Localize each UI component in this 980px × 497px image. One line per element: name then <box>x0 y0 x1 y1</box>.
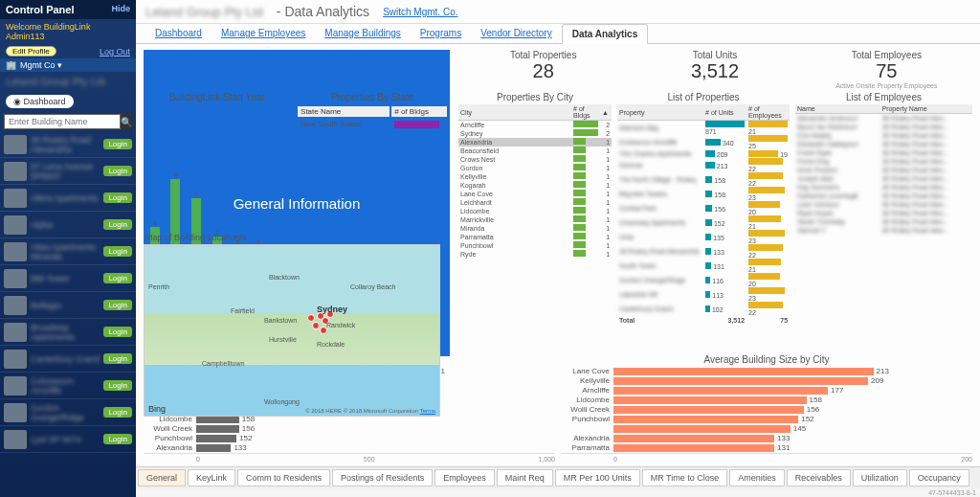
table-row[interactable]: Elizabeth Oakleyson30 Rotary Road Alex..… <box>795 140 972 148</box>
login-button[interactable]: Login <box>103 166 132 176</box>
table-row[interactable]: Irene Preston30 Rotary Road Alex... <box>795 166 972 174</box>
building-item[interactable]: Broadway ApartmentsLogin <box>0 319 136 346</box>
switch-mgmt-link[interactable]: Switch Mgmt. Co. <box>383 7 457 17</box>
table-row[interactable]: Central Park 156 20 <box>617 201 790 215</box>
building-item[interactable]: 30 Rotary Road AlexandriaLogin <box>0 131 136 158</box>
table-row[interactable]: Alexandria1 <box>458 138 612 147</box>
btab-employees[interactable]: Employees <box>434 469 495 486</box>
btab-occupancy[interactable]: Occupancy <box>909 469 969 486</box>
table-row[interactable]: Urba 135 23 <box>617 230 790 244</box>
tab-programs[interactable]: Programs <box>411 24 471 43</box>
table-row[interactable]: Byron Ian Dickinson30 Rotary Road Alex..… <box>795 123 972 131</box>
table-row[interactable]: New South Wales <box>298 119 447 129</box>
login-button[interactable]: Login <box>103 139 132 149</box>
login-button[interactable]: Login <box>103 219 132 230</box>
table-row[interactable]: The North Village - Rotary 158 22 <box>617 172 790 187</box>
btab-mr-time-to-close[interactable]: MR Time to Close <box>642 469 728 486</box>
table-row[interactable]: Endeavour Arncliffe 340 25 <box>617 135 790 149</box>
building-item[interactable]: AlphaLogin <box>0 212 136 238</box>
building-item[interactable]: Lyal SP 9074Login <box>0 426 136 453</box>
table-row[interactable]: Mariners Bay 871 21 <box>617 121 790 136</box>
table-row[interactable]: 30 Rotary Road Alexandria 133 22 <box>617 244 790 259</box>
login-button[interactable]: Login <box>103 407 132 418</box>
tab-data-analytics[interactable]: Data Analytics <box>562 24 649 44</box>
btab-receivables[interactable]: Receivables <box>787 469 851 486</box>
login-button[interactable]: Login <box>103 353 132 364</box>
table-row[interactable]: Bayview Towers 158 23 <box>617 187 790 201</box>
btab-comm-to-residents[interactable]: Comm to Residents <box>237 469 330 486</box>
btab-amenities[interactable]: Amenities <box>729 469 785 486</box>
table-row[interactable]: Katherine Leveringill30 Rotary Road Alex… <box>795 192 972 200</box>
table-row[interactable]: The Charles Apartments 209 19 <box>617 149 790 158</box>
table-row[interactable]: Parramatta1 <box>458 233 612 241</box>
btab-maint-req[interactable]: Maint Req <box>497 469 553 486</box>
table-row[interactable]: Sarah Tremblay30 Rotary Road Alex... <box>795 217 972 226</box>
table-row[interactable]: Fiona King30 Rotary Road Alex... <box>795 157 972 166</box>
table-row[interactable]: Sydney2 <box>458 129 612 138</box>
map-terms-link[interactable]: Terms <box>420 408 435 414</box>
list-employees-table[interactable]: NameProperty NameAlexander Anderson30 Ro… <box>795 104 972 235</box>
building-item[interactable]: Gordon Grange/RidgeLogin <box>0 399 136 426</box>
tab-vendor-directory[interactable]: Vendor Directory <box>471 24 561 43</box>
table-row[interactable]: Liam Johnson30 Rotary Road Alex... <box>795 200 972 209</box>
table-row[interactable]: Marrickville1 <box>458 215 612 224</box>
building-item[interactable]: Atlas Apartments MirandaLogin <box>0 238 136 265</box>
table-row[interactable]: Lakeside Hill 113 23 <box>617 287 790 302</box>
building-item[interactable]: Colosseum ArncliffeLogin <box>0 373 136 399</box>
login-button[interactable]: Login <box>103 246 132 257</box>
building-item[interactable]: Canterbury GrandLogin <box>0 346 136 373</box>
table-row[interactable]: Canterbury Grand 102 22 <box>617 302 790 316</box>
login-button[interactable]: Login <box>103 380 132 391</box>
login-button[interactable]: Login <box>103 192 132 203</box>
logout-link[interactable]: Log Out <box>100 47 130 56</box>
table-row[interactable]: Beaconsfield1 <box>458 147 612 155</box>
map[interactable]: Penrith Blacktown Collaroy Beach Sydney … <box>144 244 440 417</box>
list-properties-table[interactable]: Property# of Units# of EmployeesMariners… <box>617 104 790 325</box>
table-row[interactable]: Gordon Grange/Ridge 116 20 <box>617 273 790 287</box>
tab-manage-employees[interactable]: Manage Employees <box>212 24 315 43</box>
table-row[interactable]: Leichhardt1 <box>458 198 612 207</box>
hide-link[interactable]: Hide <box>111 4 130 15</box>
table-row[interactable]: Lane Cove1 <box>458 190 612 198</box>
building-item[interactable]: BellagioLogin <box>0 292 136 319</box>
table-row[interactable]: Kogarah1 <box>458 181 612 190</box>
btab-general[interactable]: General <box>138 469 186 486</box>
table-row[interactable]: Frank Ryan30 Rotary Road Alex... <box>795 148 972 157</box>
building-item[interactable]: 57 Lena Avenue SP6637Login <box>0 158 136 185</box>
dashboard-button[interactable]: ◉ Dashboard <box>6 95 74 108</box>
login-button[interactable]: Login <box>103 434 132 444</box>
btab-mr-per-100-units[interactable]: MR Per 100 Units <box>555 469 640 486</box>
edit-profile-button[interactable]: Edit Profile <box>6 46 56 56</box>
login-button[interactable]: Login <box>103 300 132 310</box>
table-row[interactable]: South Tower 131 21 <box>617 259 790 273</box>
login-button[interactable]: Login <box>103 273 132 283</box>
table-row[interactable]: Kay Summers30 Rotary Road Alex... <box>795 183 972 192</box>
table-row[interactable]: Eva Healey30 Rotary Road Alex... <box>795 131 972 140</box>
mgmt-co-dropdown[interactable]: 🏢 Mgmt Co <box>0 58 136 72</box>
search-input[interactable] <box>4 114 121 129</box>
table-row[interactable]: Greenway Apartments 152 21 <box>617 215 790 230</box>
building-list[interactable]: 30 Rotary Road AlexandriaLogin57 Lena Av… <box>0 131 136 497</box>
table-row[interactable]: Ryan Keyes30 Rotary Road Alex... <box>795 209 972 217</box>
tab-dashboard[interactable]: Dashboard <box>145 24 212 43</box>
table-row[interactable]: Samuel Y30 Rotary Road Alex... <box>795 226 972 235</box>
btab-postings-of-residents[interactable]: Postings of Residents <box>332 469 433 486</box>
btab-utilization[interactable]: Utilization <box>853 469 907 486</box>
table-row[interactable]: Lidcombe1 <box>458 207 612 215</box>
tab-manage-buildings[interactable]: Manage Buildings <box>315 24 411 43</box>
table-row[interactable]: Ryde1 <box>458 250 612 259</box>
building-item[interactable]: Alkira ApartmentsLogin <box>0 185 136 212</box>
table-row[interactable]: Punchbowl1 <box>458 241 612 250</box>
table-row[interactable]: Alexander Anderson30 Rotary Road Alex... <box>795 114 972 123</box>
table-row[interactable]: Gordon1 <box>458 164 612 172</box>
table-row[interactable]: Miranda1 <box>458 224 612 233</box>
search-button[interactable]: 🔍 <box>121 114 132 129</box>
table-row[interactable]: Joseph Alan30 Rotary Road Alex... <box>795 174 972 183</box>
table-row[interactable]: Arncliffe2 <box>458 121 612 129</box>
table-row[interactable]: Crows Nest1 <box>458 155 612 164</box>
building-item[interactable]: BBI TowerLogin <box>0 265 136 292</box>
login-button[interactable]: Login <box>103 327 132 337</box>
btab-keylink[interactable]: KeyLink <box>188 469 235 486</box>
by-city-table[interactable]: City# of Bldgs▲Arncliffe2Sydney2Alexandr… <box>458 104 612 259</box>
table-row[interactable]: Kellyville1 <box>458 172 612 181</box>
